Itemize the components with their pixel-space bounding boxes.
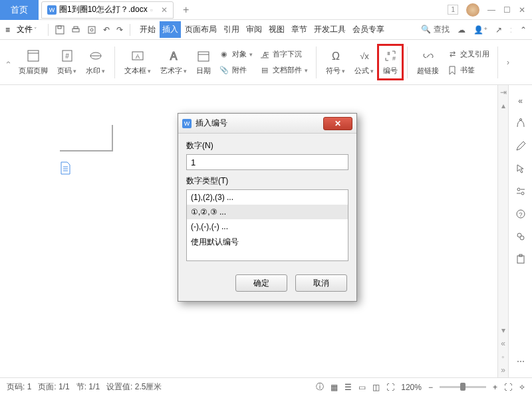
fit-page-icon[interactable]: ⛶ bbox=[504, 383, 512, 392]
date-button[interactable]: 日期 bbox=[192, 46, 215, 78]
sync-icon[interactable]: ☁ bbox=[458, 25, 466, 35]
svg-text:√x: √x bbox=[360, 51, 369, 61]
list-item[interactable]: ①,②,③ ... bbox=[187, 205, 348, 219]
collapse-ribbon-icon[interactable]: ⌃ bbox=[520, 25, 527, 35]
tab-start[interactable]: 开始 bbox=[137, 21, 158, 38]
zoom-in-button[interactable]: + bbox=[493, 383, 497, 392]
tab-review[interactable]: 审阅 bbox=[243, 21, 265, 38]
spellcheck-icon[interactable]: ⓘ bbox=[316, 381, 324, 393]
scroll-up-icon[interactable]: ▴ bbox=[501, 101, 505, 110]
number-button[interactable]: Ⅲ# 编号 bbox=[379, 46, 402, 78]
view-outline-icon[interactable]: ☰ bbox=[344, 383, 352, 392]
status-section[interactable]: 节: 1/1 bbox=[76, 381, 100, 393]
number-input[interactable] bbox=[186, 154, 348, 170]
list-item[interactable]: 使用默认编号 bbox=[187, 234, 348, 250]
minimize-button[interactable]: — bbox=[487, 5, 495, 15]
redo-icon[interactable]: ↷ bbox=[116, 25, 123, 35]
style-panel-icon[interactable] bbox=[514, 117, 527, 130]
status-page[interactable]: 页面: 1/1 bbox=[38, 381, 69, 393]
dialog-title: 插入编号 bbox=[196, 118, 227, 129]
print-icon[interactable] bbox=[71, 25, 80, 35]
svg-rect-0 bbox=[56, 26, 64, 34]
share-icon[interactable]: ↗ bbox=[495, 25, 502, 35]
scroll-down-icon[interactable]: ▾ bbox=[501, 326, 505, 335]
list-item[interactable]: (1),(2),(3) ... bbox=[187, 190, 348, 205]
tab-page-layout[interactable]: 页面布局 bbox=[182, 21, 219, 38]
view-web-icon[interactable]: ◫ bbox=[372, 383, 380, 392]
watermark-icon bbox=[88, 49, 103, 63]
bookmark-button[interactable]: 书签 bbox=[444, 64, 492, 77]
tab-member[interactable]: 会员专享 bbox=[350, 21, 387, 38]
header-footer-button[interactable]: 页眉页脚 bbox=[15, 46, 52, 78]
help-panel-icon[interactable]: ? bbox=[514, 207, 527, 221]
tab-insert[interactable]: 插入 bbox=[160, 21, 181, 38]
vertical-scrollbar[interactable]: ⇥ ▴ ▾ « ◦ » bbox=[497, 85, 508, 377]
search-menu[interactable]: 🔍 查找 bbox=[421, 24, 449, 35]
collab-icon[interactable]: 👤⁺ bbox=[473, 25, 487, 35]
hyperlink-button[interactable]: 超链接 bbox=[413, 46, 443, 78]
nav-mode-icon[interactable]: ◦ bbox=[501, 352, 504, 361]
view-read-icon[interactable]: ▭ bbox=[358, 383, 366, 392]
close-window-button[interactable]: ✕ bbox=[519, 5, 525, 15]
document-tab[interactable]: W 圈1到圈10怎么打？.docx ▫ ✕ bbox=[41, 1, 174, 19]
preview-icon[interactable] bbox=[87, 25, 96, 35]
home-tab[interactable]: 首页 bbox=[0, 0, 39, 20]
object-button[interactable]: ◉对象▾ bbox=[216, 48, 255, 61]
file-menu[interactable]: 文件˅ bbox=[17, 24, 37, 35]
svg-text:A: A bbox=[170, 50, 178, 62]
settings-panel-icon[interactable] bbox=[514, 185, 527, 198]
new-tab-button[interactable]: + bbox=[174, 4, 198, 16]
type-listbox[interactable]: (1),(2),(3) ... ①,②,③ ... (-),(-),(-) ..… bbox=[186, 189, 348, 261]
svg-rect-2 bbox=[72, 29, 79, 32]
link-panel-icon[interactable] bbox=[514, 230, 527, 243]
view-fullscreen-icon[interactable]: ⛶ bbox=[386, 383, 394, 392]
status-page-num[interactable]: 页码: 1 bbox=[7, 381, 31, 393]
svg-text:?: ? bbox=[519, 211, 522, 218]
undo-icon[interactable]: ↶ bbox=[103, 25, 110, 35]
tab-developer[interactable]: 开发工具 bbox=[311, 21, 348, 38]
view-print-icon[interactable]: ▦ bbox=[331, 383, 338, 392]
ribbon-scroll-left[interactable]: ‹ bbox=[4, 61, 13, 64]
list-item[interactable]: (-),(-),(-) ... bbox=[187, 219, 348, 234]
watermark-button[interactable]: 水印▾ bbox=[82, 46, 109, 78]
wordart-button[interactable]: A 艺术字▾ bbox=[156, 46, 191, 78]
maximize-button[interactable]: ☐ bbox=[503, 5, 511, 15]
attachment-button[interactable]: 📎附件 bbox=[216, 64, 255, 77]
ribbon-scroll-right[interactable]: › bbox=[503, 58, 513, 67]
dialog-titlebar[interactable]: W 插入编号 ✕ bbox=[178, 114, 356, 134]
drop-cap-button[interactable]: A首字下沉 bbox=[257, 48, 311, 61]
ruler-toggle-icon[interactable]: ⇥ bbox=[500, 88, 507, 97]
tab-references[interactable]: 引用 bbox=[221, 21, 242, 38]
status-setting[interactable]: 设置值: 2.5厘米 bbox=[106, 381, 162, 393]
prev-page-icon[interactable]: « bbox=[501, 339, 505, 348]
zoom-label[interactable]: 120% bbox=[401, 383, 422, 392]
edit-panel-icon[interactable] bbox=[514, 140, 527, 153]
user-avatar[interactable] bbox=[466, 3, 479, 17]
tab-chapter[interactable]: 章节 bbox=[289, 21, 310, 38]
save-icon[interactable] bbox=[55, 25, 65, 35]
doc-parts-button[interactable]: ▤文档部件▾ bbox=[257, 64, 311, 77]
close-tab-icon[interactable]: ✕ bbox=[161, 5, 168, 15]
formula-button[interactable]: √x 公式▾ bbox=[350, 46, 378, 78]
cancel-button[interactable]: 取消 bbox=[295, 274, 347, 292]
select-panel-icon[interactable] bbox=[514, 162, 527, 175]
zoom-out-button[interactable]: − bbox=[428, 383, 433, 392]
clipboard-panel-icon[interactable] bbox=[514, 252, 527, 266]
status-more-icon[interactable]: ✧ bbox=[519, 383, 525, 392]
tab-view[interactable]: 视图 bbox=[266, 21, 287, 38]
svg-rect-1 bbox=[58, 26, 61, 29]
textbox-button[interactable]: A 文本框▾ bbox=[120, 46, 155, 78]
cross-ref-button[interactable]: ⇄交叉引用 bbox=[444, 48, 492, 61]
next-page-icon[interactable]: » bbox=[501, 365, 505, 375]
dialog-close-button[interactable]: ✕ bbox=[323, 117, 352, 130]
hamburger-icon[interactable]: ≡ bbox=[5, 25, 10, 35]
page-number-button[interactable]: # 页码▾ bbox=[53, 46, 80, 78]
window-controls: 1 — ☐ ✕ bbox=[448, 3, 532, 17]
svg-point-36 bbox=[520, 236, 524, 240]
more-panel-icon[interactable]: ⋯ bbox=[514, 355, 527, 368]
symbol-button[interactable]: Ω 符号▾ bbox=[322, 46, 349, 78]
window-count-badge[interactable]: 1 bbox=[448, 5, 458, 15]
ok-button[interactable]: 确定 bbox=[235, 274, 287, 292]
sidepanel-toggle-icon[interactable]: « bbox=[514, 94, 527, 108]
zoom-slider[interactable] bbox=[440, 386, 486, 388]
